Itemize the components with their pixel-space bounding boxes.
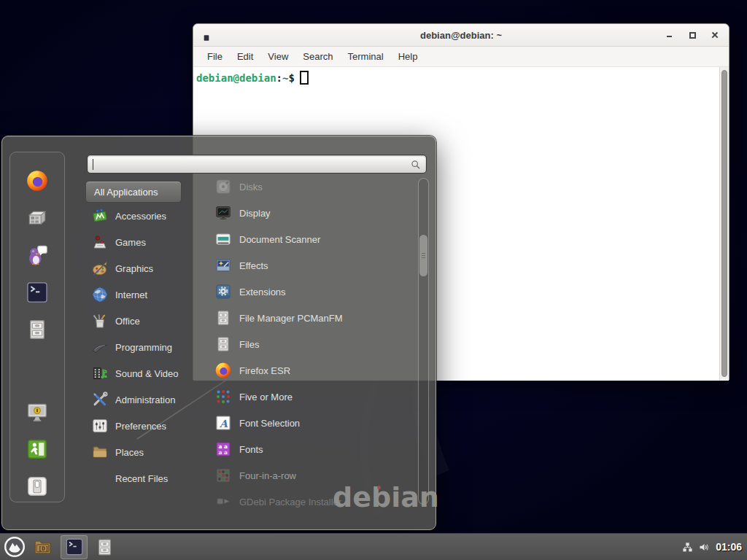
- category-administration[interactable]: Administration: [85, 386, 211, 413]
- window-controls: [665, 24, 720, 46]
- file-cabinet-icon: [214, 309, 232, 327]
- favorite-terminal[interactable]: [26, 281, 49, 304]
- favorite-lock-screen[interactable]: [26, 400, 49, 424]
- favorite-software[interactable]: [26, 206, 49, 230]
- category-recent-files[interactable]: Recent Files: [85, 465, 211, 491]
- app-label: Extensions: [239, 287, 286, 298]
- places-icon: [91, 443, 109, 461]
- category-list: AccessoriesGamesGraphicsInternetOfficePr…: [85, 203, 211, 491]
- svg-text:A: A: [219, 418, 228, 429]
- favorite-file-cabinet[interactable]: [26, 318, 49, 341]
- category-label: Programming: [115, 342, 172, 353]
- terminal-prompt: debian@debian:~$: [193, 67, 729, 85]
- category-label: Recent Files: [115, 473, 168, 484]
- category-all-applications-label: All Applications: [94, 187, 158, 198]
- category-programming[interactable]: Programming: [85, 334, 211, 360]
- app-effects[interactable]: Effects: [214, 252, 417, 279]
- category-label: Preferences: [115, 421, 166, 432]
- display-icon: [214, 204, 232, 222]
- menu-item-file[interactable]: File: [200, 51, 230, 62]
- preferences-icon: [91, 417, 109, 435]
- terminal-titlebar[interactable]: debian@debian: ~: [193, 24, 729, 47]
- app-label: Firefox ESR: [239, 365, 290, 376]
- app-extensions[interactable]: Extensions: [214, 279, 417, 305]
- terminal-scrollbar-thumb[interactable]: [721, 70, 727, 377]
- clock[interactable]: 01:06: [716, 541, 742, 553]
- app-label: Document Scanner: [239, 234, 320, 245]
- app-label: Effects: [239, 260, 268, 271]
- category-graphics[interactable]: Graphics: [85, 255, 211, 281]
- app-document-scanner[interactable]: Document Scanner: [214, 226, 417, 252]
- menu-button[interactable]: [4, 536, 26, 558]
- app-gdebi-package-installer[interactable]: GDebi Package Installer: [214, 489, 417, 515]
- category-label: Graphics: [115, 263, 153, 274]
- fonts-icon: a aa a: [214, 440, 232, 458]
- app-disks[interactable]: Disks: [214, 174, 417, 200]
- menu-item-terminal[interactable]: Terminal: [341, 51, 391, 62]
- menu-item-search[interactable]: Search: [295, 51, 340, 62]
- terminal-window-icon: [203, 31, 210, 39]
- games-icon: [91, 233, 109, 251]
- app-label: Display: [239, 208, 271, 219]
- maximize-button[interactable]: [687, 30, 697, 40]
- file-cabinet-icon: [214, 335, 232, 353]
- app-five-or-more[interactable]: Five or More: [214, 384, 417, 410]
- prompt-separator: :: [276, 72, 282, 84]
- search-input[interactable]: [87, 155, 427, 174]
- app-fonts[interactable]: a aa aFonts: [214, 436, 417, 462]
- terminal-cursor: [300, 71, 309, 85]
- terminal-menubar: FileEditViewSearchTerminalHelp: [193, 47, 729, 67]
- sound-video-icon: [91, 365, 109, 382]
- internet-icon: [91, 286, 109, 303]
- disks-icon: [214, 178, 232, 195]
- category-label: Games: [115, 237, 146, 248]
- favorite-firefox[interactable]: [26, 169, 49, 192]
- taskbar-items: [D]: [26, 535, 115, 559]
- category-all-applications[interactable]: All Applications: [85, 181, 182, 203]
- app-display[interactable]: Display: [214, 200, 417, 226]
- menu-item-help[interactable]: Help: [391, 51, 425, 62]
- app-files[interactable]: Files: [214, 331, 417, 357]
- favorite-shutdown[interactable]: [26, 475, 49, 498]
- favorite-logout[interactable]: [26, 438, 49, 461]
- favorite-pidgin[interactable]: [26, 244, 49, 267]
- terminal-icon: [65, 537, 84, 556]
- category-office[interactable]: Office: [85, 308, 211, 334]
- volume-icon[interactable]: [698, 541, 711, 553]
- app-four-in-a-row[interactable]: Four-in-a-row: [214, 462, 417, 489]
- extensions-icon: [214, 283, 232, 300]
- taskbar-window-terminal[interactable]: [61, 535, 88, 559]
- launcher-file-cabinet[interactable]: [95, 537, 115, 557]
- category-label: Internet: [115, 289, 147, 300]
- app-firefox-esr[interactable]: Firefox ESR: [214, 357, 417, 384]
- programming-icon: [91, 338, 109, 356]
- category-label: Office: [115, 316, 140, 327]
- search-icon: [410, 159, 422, 171]
- category-label: Administration: [115, 394, 175, 405]
- svg-text:[D]: [D]: [38, 545, 48, 551]
- four-in-a-row-icon: [214, 467, 232, 484]
- prompt-path: ~: [282, 72, 288, 84]
- office-icon: [91, 312, 109, 330]
- menu-scrollbar[interactable]: [418, 178, 429, 505]
- menu-item-edit[interactable]: Edit: [230, 51, 260, 62]
- category-accessories[interactable]: Accessories: [85, 203, 211, 229]
- network-icon[interactable]: [682, 542, 693, 553]
- launcher-folder-d[interactable]: [D]: [33, 537, 53, 557]
- prompt-symbol: $: [288, 72, 294, 84]
- terminal-scrollbar[interactable]: [719, 67, 729, 381]
- minimize-button[interactable]: [665, 30, 675, 40]
- five-or-more-icon: [214, 388, 232, 405]
- category-places[interactable]: Places: [85, 439, 211, 465]
- application-list: DisksDisplayDocument ScannerEffectsExten…: [214, 174, 417, 515]
- category-preferences[interactable]: Preferences: [85, 413, 211, 439]
- category-sound-video[interactable]: Sound & Video: [85, 360, 211, 386]
- app-font-selection[interactable]: AFont Selection: [214, 410, 417, 436]
- category-games[interactable]: Games: [85, 229, 211, 255]
- close-button[interactable]: [710, 30, 720, 40]
- menu-item-view[interactable]: View: [260, 51, 295, 62]
- menu-scrollbar-thumb[interactable]: [419, 235, 427, 276]
- category-internet[interactable]: Internet: [85, 281, 211, 308]
- prompt-user-host: debian@debian: [196, 72, 276, 84]
- app-file-manager-pcmanfm[interactable]: File Manager PCManFM: [214, 305, 417, 331]
